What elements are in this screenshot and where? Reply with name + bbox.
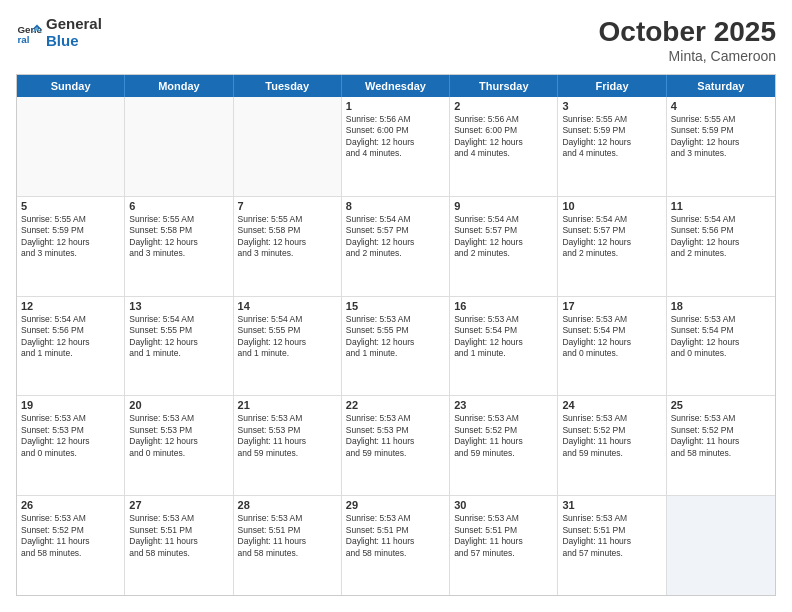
calendar-cell: 22Sunrise: 5:53 AMSunset: 5:53 PMDayligh… [342, 396, 450, 495]
calendar-header: SundayMondayTuesdayWednesdayThursdayFrid… [17, 75, 775, 97]
header-cell-friday: Friday [558, 75, 666, 97]
calendar-cell: 7Sunrise: 5:55 AMSunset: 5:58 PMDaylight… [234, 197, 342, 296]
calendar-cell: 26Sunrise: 5:53 AMSunset: 5:52 PMDayligh… [17, 496, 125, 595]
calendar-cell: 11Sunrise: 5:54 AMSunset: 5:56 PMDayligh… [667, 197, 775, 296]
day-info: Sunrise: 5:53 AMSunset: 5:53 PMDaylight:… [346, 413, 445, 459]
calendar-cell: 31Sunrise: 5:53 AMSunset: 5:51 PMDayligh… [558, 496, 666, 595]
calendar-cell: 12Sunrise: 5:54 AMSunset: 5:56 PMDayligh… [17, 297, 125, 396]
day-info: Sunrise: 5:53 AMSunset: 5:51 PMDaylight:… [129, 513, 228, 559]
calendar-cell: 2Sunrise: 5:56 AMSunset: 6:00 PMDaylight… [450, 97, 558, 196]
day-info: Sunrise: 5:54 AMSunset: 5:56 PMDaylight:… [21, 314, 120, 360]
day-number: 12 [21, 300, 120, 312]
calendar-row-3: 19Sunrise: 5:53 AMSunset: 5:53 PMDayligh… [17, 395, 775, 495]
title-block: October 2025 Minta, Cameroon [599, 16, 776, 64]
day-info: Sunrise: 5:56 AMSunset: 6:00 PMDaylight:… [346, 114, 445, 160]
day-number: 21 [238, 399, 337, 411]
calendar-cell: 10Sunrise: 5:54 AMSunset: 5:57 PMDayligh… [558, 197, 666, 296]
calendar-cell: 27Sunrise: 5:53 AMSunset: 5:51 PMDayligh… [125, 496, 233, 595]
header-cell-thursday: Thursday [450, 75, 558, 97]
calendar-cell: 16Sunrise: 5:53 AMSunset: 5:54 PMDayligh… [450, 297, 558, 396]
calendar-row-1: 5Sunrise: 5:55 AMSunset: 5:59 PMDaylight… [17, 196, 775, 296]
calendar-cell: 28Sunrise: 5:53 AMSunset: 5:51 PMDayligh… [234, 496, 342, 595]
day-info: Sunrise: 5:53 AMSunset: 5:53 PMDaylight:… [21, 413, 120, 459]
calendar-cell: 18Sunrise: 5:53 AMSunset: 5:54 PMDayligh… [667, 297, 775, 396]
calendar-cell [234, 97, 342, 196]
calendar-cell: 30Sunrise: 5:53 AMSunset: 5:51 PMDayligh… [450, 496, 558, 595]
page: Gene ral General Blue October 2025 Minta… [0, 0, 792, 612]
day-number: 16 [454, 300, 553, 312]
header-cell-monday: Monday [125, 75, 233, 97]
day-info: Sunrise: 5:56 AMSunset: 6:00 PMDaylight:… [454, 114, 553, 160]
day-info: Sunrise: 5:53 AMSunset: 5:51 PMDaylight:… [238, 513, 337, 559]
calendar-row-2: 12Sunrise: 5:54 AMSunset: 5:56 PMDayligh… [17, 296, 775, 396]
calendar-row-4: 26Sunrise: 5:53 AMSunset: 5:52 PMDayligh… [17, 495, 775, 595]
day-info: Sunrise: 5:54 AMSunset: 5:57 PMDaylight:… [454, 214, 553, 260]
header-cell-saturday: Saturday [667, 75, 775, 97]
day-number: 7 [238, 200, 337, 212]
day-number: 3 [562, 100, 661, 112]
day-info: Sunrise: 5:53 AMSunset: 5:52 PMDaylight:… [21, 513, 120, 559]
month-title: October 2025 [599, 16, 776, 48]
day-info: Sunrise: 5:54 AMSunset: 5:56 PMDaylight:… [671, 214, 771, 260]
day-info: Sunrise: 5:55 AMSunset: 5:58 PMDaylight:… [238, 214, 337, 260]
logo-line2: Blue [46, 33, 102, 50]
day-info: Sunrise: 5:53 AMSunset: 5:51 PMDaylight:… [454, 513, 553, 559]
calendar-cell: 15Sunrise: 5:53 AMSunset: 5:55 PMDayligh… [342, 297, 450, 396]
day-info: Sunrise: 5:54 AMSunset: 5:55 PMDaylight:… [238, 314, 337, 360]
day-info: Sunrise: 5:53 AMSunset: 5:52 PMDaylight:… [562, 413, 661, 459]
calendar-cell: 5Sunrise: 5:55 AMSunset: 5:59 PMDaylight… [17, 197, 125, 296]
calendar-cell: 21Sunrise: 5:53 AMSunset: 5:53 PMDayligh… [234, 396, 342, 495]
day-number: 30 [454, 499, 553, 511]
day-number: 26 [21, 499, 120, 511]
day-info: Sunrise: 5:53 AMSunset: 5:53 PMDaylight:… [129, 413, 228, 459]
day-number: 18 [671, 300, 771, 312]
svg-text:ral: ral [17, 33, 29, 44]
calendar-cell: 20Sunrise: 5:53 AMSunset: 5:53 PMDayligh… [125, 396, 233, 495]
day-number: 13 [129, 300, 228, 312]
day-number: 10 [562, 200, 661, 212]
day-number: 31 [562, 499, 661, 511]
day-number: 5 [21, 200, 120, 212]
calendar-cell: 1Sunrise: 5:56 AMSunset: 6:00 PMDaylight… [342, 97, 450, 196]
day-number: 24 [562, 399, 661, 411]
calendar-row-0: 1Sunrise: 5:56 AMSunset: 6:00 PMDaylight… [17, 97, 775, 196]
calendar-cell: 25Sunrise: 5:53 AMSunset: 5:52 PMDayligh… [667, 396, 775, 495]
day-number: 9 [454, 200, 553, 212]
day-number: 22 [346, 399, 445, 411]
day-number: 27 [129, 499, 228, 511]
calendar-cell: 4Sunrise: 5:55 AMSunset: 5:59 PMDaylight… [667, 97, 775, 196]
day-info: Sunrise: 5:55 AMSunset: 5:59 PMDaylight:… [671, 114, 771, 160]
day-info: Sunrise: 5:53 AMSunset: 5:51 PMDaylight:… [562, 513, 661, 559]
day-info: Sunrise: 5:54 AMSunset: 5:57 PMDaylight:… [346, 214, 445, 260]
day-info: Sunrise: 5:53 AMSunset: 5:55 PMDaylight:… [346, 314, 445, 360]
day-info: Sunrise: 5:53 AMSunset: 5:54 PMDaylight:… [671, 314, 771, 360]
logo: Gene ral General Blue [16, 16, 102, 49]
day-number: 2 [454, 100, 553, 112]
day-number: 28 [238, 499, 337, 511]
header-cell-sunday: Sunday [17, 75, 125, 97]
day-info: Sunrise: 5:55 AMSunset: 5:59 PMDaylight:… [21, 214, 120, 260]
calendar-cell: 14Sunrise: 5:54 AMSunset: 5:55 PMDayligh… [234, 297, 342, 396]
calendar-cell [17, 97, 125, 196]
calendar-body: 1Sunrise: 5:56 AMSunset: 6:00 PMDaylight… [17, 97, 775, 595]
header: Gene ral General Blue October 2025 Minta… [16, 16, 776, 64]
day-number: 19 [21, 399, 120, 411]
day-info: Sunrise: 5:53 AMSunset: 5:53 PMDaylight:… [238, 413, 337, 459]
day-number: 11 [671, 200, 771, 212]
calendar-cell: 29Sunrise: 5:53 AMSunset: 5:51 PMDayligh… [342, 496, 450, 595]
day-number: 8 [346, 200, 445, 212]
logo-line1: General [46, 16, 102, 33]
day-number: 4 [671, 100, 771, 112]
calendar-cell: 19Sunrise: 5:53 AMSunset: 5:53 PMDayligh… [17, 396, 125, 495]
day-info: Sunrise: 5:53 AMSunset: 5:51 PMDaylight:… [346, 513, 445, 559]
calendar: SundayMondayTuesdayWednesdayThursdayFrid… [16, 74, 776, 596]
calendar-cell: 9Sunrise: 5:54 AMSunset: 5:57 PMDaylight… [450, 197, 558, 296]
calendar-cell: 8Sunrise: 5:54 AMSunset: 5:57 PMDaylight… [342, 197, 450, 296]
calendar-cell: 24Sunrise: 5:53 AMSunset: 5:52 PMDayligh… [558, 396, 666, 495]
day-info: Sunrise: 5:53 AMSunset: 5:54 PMDaylight:… [562, 314, 661, 360]
day-info: Sunrise: 5:55 AMSunset: 5:59 PMDaylight:… [562, 114, 661, 160]
day-number: 14 [238, 300, 337, 312]
day-number: 20 [129, 399, 228, 411]
day-info: Sunrise: 5:53 AMSunset: 5:52 PMDaylight:… [671, 413, 771, 459]
day-number: 23 [454, 399, 553, 411]
